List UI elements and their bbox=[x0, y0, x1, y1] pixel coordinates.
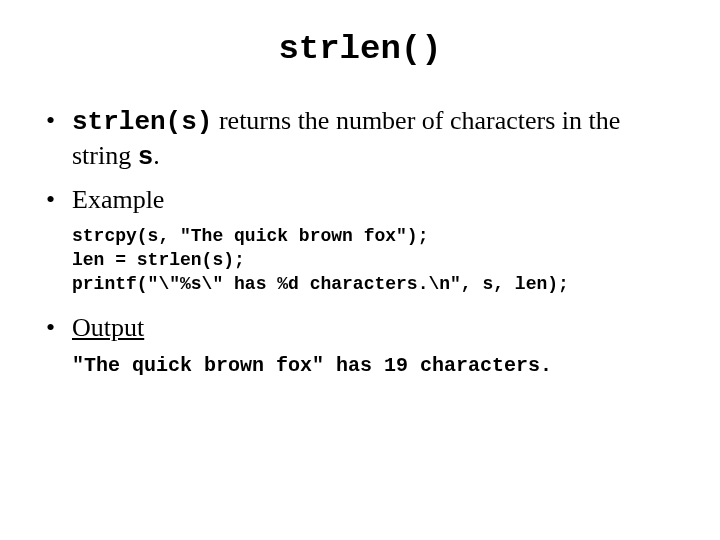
slide-title: strlen() bbox=[40, 30, 680, 68]
inline-code-s: s bbox=[138, 142, 154, 172]
example-label: Example bbox=[72, 185, 164, 214]
bullet-output: Output bbox=[46, 311, 680, 344]
code-block: strcpy(s, "The quick brown fox"); len = … bbox=[72, 224, 680, 297]
output-block: "The quick brown fox" has 19 characters. bbox=[72, 354, 680, 377]
bullet-example: Example bbox=[46, 183, 680, 216]
bullet-description: strlen(s) returns the number of characte… bbox=[46, 104, 680, 175]
bullet-list: strlen(s) returns the number of characte… bbox=[46, 104, 680, 216]
desc-text-2: . bbox=[153, 141, 160, 170]
inline-code-strlen: strlen(s) bbox=[72, 107, 212, 137]
slide: strlen() strlen(s) returns the number of… bbox=[0, 0, 720, 540]
output-label: Output bbox=[72, 313, 144, 342]
bullet-list-2: Output bbox=[46, 311, 680, 344]
